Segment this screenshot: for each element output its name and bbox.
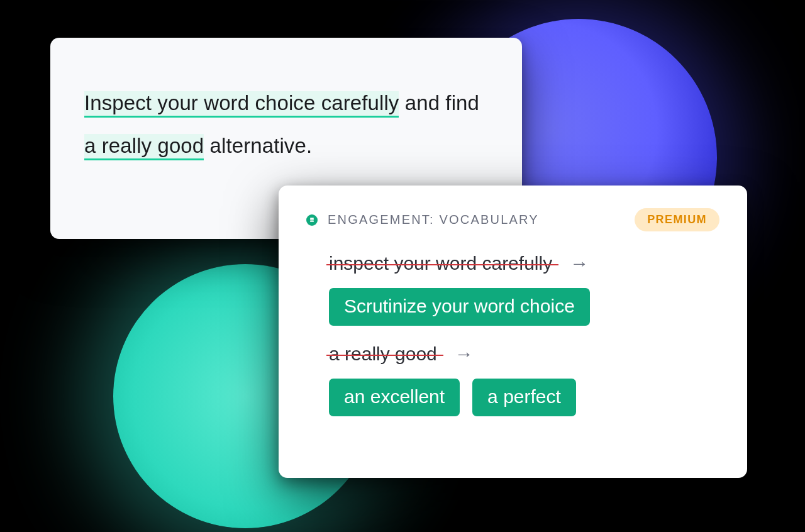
editor-text-fragment: alternative. bbox=[204, 134, 312, 157]
original-phrase-row: inspect your word carefully → bbox=[329, 253, 719, 274]
replacement-chip[interactable]: Scrutinize your word choice bbox=[329, 288, 590, 326]
highlighted-phrase-2[interactable]: a really good bbox=[84, 134, 204, 160]
suggestion-block: a really good → an excellent a perfect bbox=[329, 343, 719, 416]
arrow-right-icon: → bbox=[570, 254, 589, 273]
suggestion-block: inspect your word carefully → Scrutinize… bbox=[329, 253, 719, 326]
original-phrase-strikethrough: inspect your word carefully bbox=[329, 253, 552, 274]
editor-text[interactable]: Inspect your word choice carefully and f… bbox=[84, 82, 488, 167]
suggestion-category-label: ENGAGEMENT: VOCABULARY bbox=[328, 213, 539, 227]
editor-text-fragment: and find bbox=[399, 91, 479, 114]
engagement-dot-icon bbox=[306, 214, 318, 226]
replacement-chips: an excellent a perfect bbox=[329, 379, 719, 416]
panel-header: ENGAGEMENT: VOCABULARY PREMIUM bbox=[306, 208, 719, 231]
premium-badge: PREMIUM bbox=[635, 208, 719, 231]
highlighted-phrase-1[interactable]: Inspect your word choice carefully bbox=[84, 91, 399, 118]
replacement-chip[interactable]: an excellent bbox=[329, 379, 460, 416]
arrow-right-icon: → bbox=[455, 345, 474, 363]
replacement-chip[interactable]: a perfect bbox=[472, 379, 576, 416]
suggestion-panel: ENGAGEMENT: VOCABULARY PREMIUM inspect y… bbox=[279, 186, 747, 478]
replacement-chips: Scrutinize your word choice bbox=[329, 288, 719, 326]
original-phrase-strikethrough: a really good bbox=[329, 343, 437, 365]
original-phrase-row: a really good → bbox=[329, 343, 719, 365]
